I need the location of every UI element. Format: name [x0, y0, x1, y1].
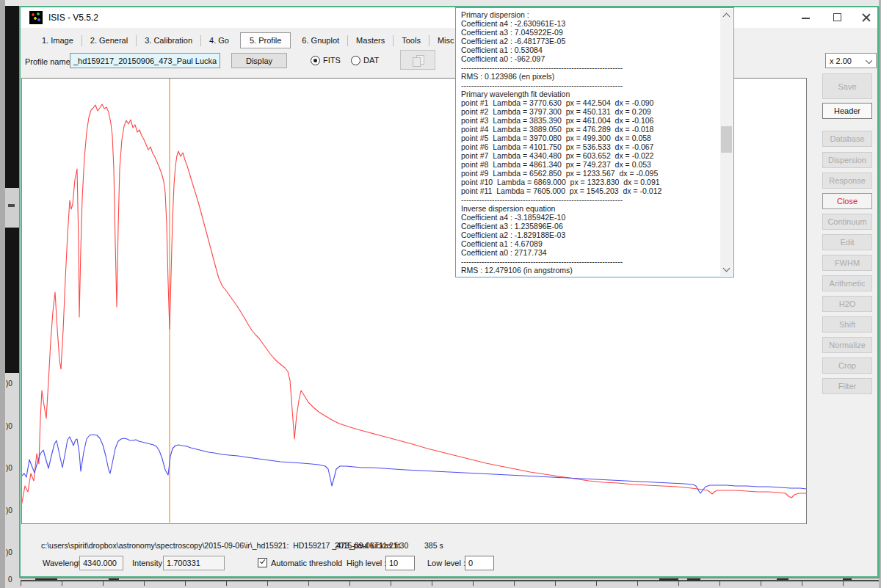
report-line: Primary wavelength fit deviation [461, 90, 717, 98]
normalize-button[interactable]: Normalize [822, 337, 872, 353]
background-dash [109, 578, 119, 580]
low-level-label: Low level : [427, 559, 465, 567]
background-window-patch [5, 188, 19, 228]
background-dash [35, 578, 57, 580]
header-button[interactable]: Header [822, 103, 872, 119]
continuum-button[interactable]: Continuum [822, 214, 872, 230]
high-level-label: High level : [347, 559, 386, 567]
background-mark [8, 204, 15, 207]
status-row: c:\users\spirit\dropbox\astronomy\spectr… [21, 541, 821, 553]
tab-general[interactable]: 2. General [82, 33, 136, 48]
fits-radio-label: FITS [323, 56, 341, 65]
filter-button[interactable]: Filter [822, 378, 872, 394]
fits-radio[interactable] [311, 56, 320, 65]
background-scrollbar [0, 0, 5, 588]
response-button[interactable]: Response [822, 173, 872, 189]
report-line: ----------------------------------------… [461, 63, 717, 72]
report-line: Coefficient a1 : 4.67089 [461, 239, 717, 248]
dat-radio[interactable] [351, 56, 360, 65]
zoom-select[interactable]: x 2.00 [825, 53, 877, 68]
tab-profile[interactable]: 5. Profile [240, 32, 291, 48]
report-line: Coefficient a4 : -3.185942E-10 [461, 213, 717, 222]
window-title: ISIS - V5.5.2 [48, 12, 98, 23]
tab-masters[interactable]: Masters [348, 33, 393, 48]
isis-window: ISIS - V5.5.2 1. Image 2. General 3. Cal… [19, 6, 879, 578]
report-line: Primary dispersion : [461, 10, 717, 19]
low-level-field[interactable] [465, 556, 494, 570]
report-line: ----------------------------------------… [461, 195, 717, 204]
report-line: RMS : 0.123986 (en pixels) [461, 72, 717, 81]
tab-gnuplot[interactable]: 6. Gnuplot [294, 33, 347, 48]
report-line: Coefficient a1 : 0.53084 [461, 46, 717, 54]
profile-name-input[interactable] [70, 53, 220, 68]
report-line: Coefficient a0 : 2717.734 [461, 248, 717, 257]
report-line: Coefficient a2 : -6.481773E-05 [461, 37, 717, 46]
display-button[interactable]: Display [231, 53, 287, 68]
background-bottom-axis [19, 578, 881, 588]
report-line: RMS : 12.479106 (in angstroms) [461, 266, 717, 275]
database-button[interactable]: Database [822, 131, 872, 147]
chevron-down-icon [866, 57, 872, 64]
arithmetic-button[interactable]: Arithmetic [822, 275, 872, 291]
report-line: Coefficient a3 : 7.045922E-09 [461, 28, 717, 37]
titlebar: ISIS - V5.5.2 [21, 7, 877, 28]
exposure-time: 385 s [424, 541, 443, 550]
background-dash [777, 578, 788, 580]
background-dash [659, 578, 678, 581]
scroll-down-icon[interactable] [723, 265, 730, 272]
edit-button[interactable]: Edit [822, 234, 872, 250]
timestamp: 2015-09-06T11:21:30 [335, 541, 408, 550]
copy-button[interactable] [400, 50, 435, 70]
tab-image[interactable]: 1. Image [34, 33, 81, 48]
report-line: ----------------------------------------… [461, 257, 717, 266]
profile-name-label: Profile name : [25, 57, 75, 66]
wavelength-field[interactable] [79, 556, 123, 570]
dispersion-button[interactable]: Dispersion [822, 152, 872, 168]
report-line: point #7 Lambda = 4340.480 px = 603.652 … [461, 151, 717, 160]
background-axis-ticks [21, 581, 880, 586]
automatic-threshold-label: Automatic threshold [271, 559, 342, 567]
close-button[interactable]: Close [822, 193, 872, 209]
zoom-select-value: x 2.00 [830, 57, 852, 65]
dat-radio-label: DAT [363, 56, 379, 65]
report-line: point #2 Lambda = 3797.300 px = 450.131 … [461, 107, 717, 116]
checkmark-icon [260, 558, 266, 564]
tab-tools[interactable]: Tools [394, 33, 429, 48]
report-line: point #3 Lambda = 3835.390 px = 461.004 … [461, 116, 717, 125]
report-line: point #1 Lambda = 3770.630 px = 442.504 … [461, 98, 717, 107]
intensity-field[interactable] [163, 556, 225, 570]
app-icon [29, 11, 43, 24]
background-axis-origin: 0 [8, 576, 12, 584]
scrollbar-thumb[interactable] [721, 126, 732, 153]
background-window-lightstrip [5, 373, 19, 588]
automatic-threshold-checkbox[interactable] [258, 558, 267, 567]
scroll-up-icon[interactable] [723, 13, 730, 21]
background-dash [843, 578, 852, 580]
report-line: point #8 Lambda = 4861.340 px = 749.237 … [461, 160, 717, 169]
report-line: Coefficient a2 : -1.829188E-03 [461, 231, 717, 239]
tab-go[interactable]: 4. Go [201, 33, 237, 48]
minimize-icon[interactable] [800, 12, 812, 23]
report-line: point #10 Lambda = 6869.000 px = 1323.83… [461, 178, 717, 186]
intensity-label: Intensity : [132, 559, 167, 567]
save-button[interactable]: Save [822, 73, 872, 99]
tab-calibration[interactable]: 3. Calibration [137, 33, 200, 48]
fwhm-button[interactable]: FWHM [822, 255, 872, 271]
close-icon[interactable] [860, 12, 872, 23]
h2o-button[interactable]: H2O [822, 296, 872, 312]
maximize-icon[interactable] [832, 12, 844, 23]
report-line: ----------------------------------------… [461, 81, 717, 90]
shift-button[interactable]: Shift [822, 316, 872, 333]
background-dash [687, 578, 700, 581]
popup-scrollbar[interactable] [720, 9, 733, 276]
tabbar: 1. Image 2. General 3. Calibration 4. Go… [34, 31, 463, 50]
high-level-field[interactable] [385, 556, 415, 570]
report-line: point #6 Lambda = 4101.750 px = 536.533 … [461, 142, 717, 151]
report-line: point #9 Lambda = 6562.850 px = 1233.567… [461, 169, 717, 178]
report-line: Coefficient a4 : -2.630961E-13 [461, 19, 717, 28]
report-line: point #5 Lambda = 3970.080 px = 499.300 … [461, 134, 717, 142]
report-line: point #4 Lambda = 3889.050 px = 476.289 … [461, 125, 717, 134]
crop-button[interactable]: Crop [822, 357, 872, 374]
reference-spectrum-blue-curve [22, 435, 806, 493]
report-line: point #11 Lambda = 7605.000 px = 1545.20… [461, 186, 717, 195]
